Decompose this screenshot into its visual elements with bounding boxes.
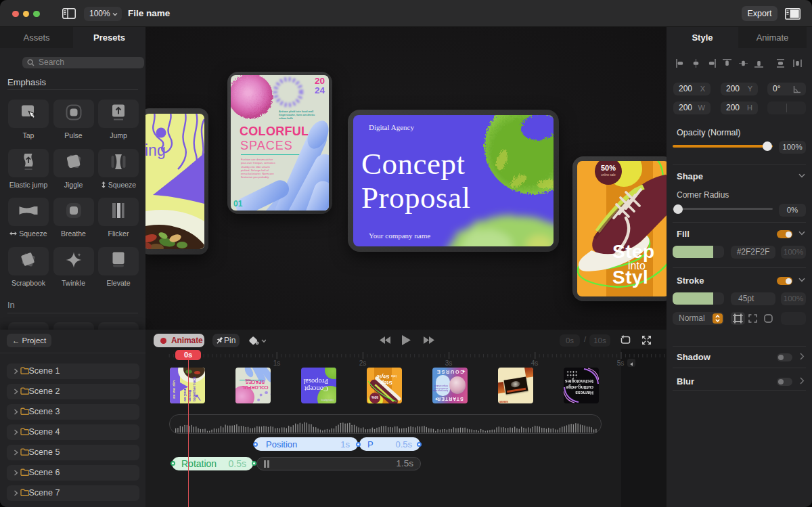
svg-text:50%: 50% [601,164,616,172]
svg-text:ing: ing [145,141,166,159]
svg-text:online sale: online sale [601,173,616,177]
